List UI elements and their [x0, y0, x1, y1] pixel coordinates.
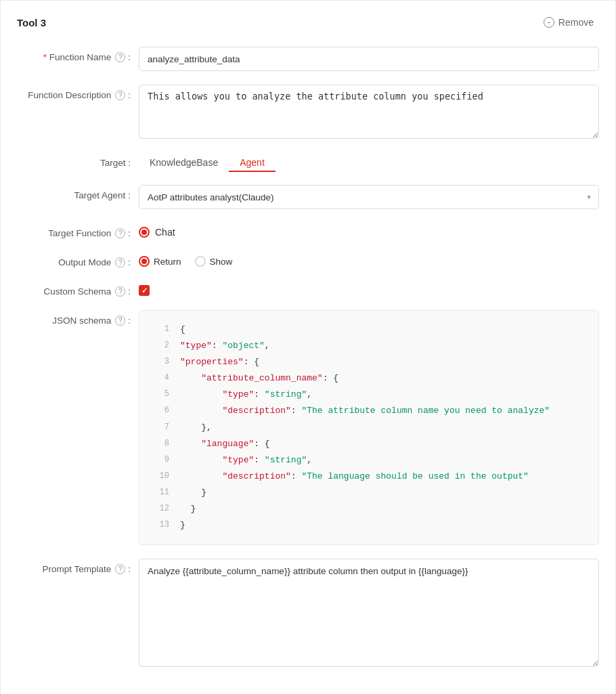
output-mode-content: Return Show: [139, 252, 599, 267]
function-name-input[interactable]: [139, 47, 599, 71]
function-name-row: * Function Name ? :: [17, 47, 599, 71]
prompt-template-label: Prompt Template ? :: [17, 559, 139, 574]
json-line-8: 8 "language": {: [139, 436, 598, 452]
prompt-template-input[interactable]: [139, 559, 599, 667]
checkbox-check-icon: ✓: [141, 286, 148, 295]
json-line-3: 3 "properties": {: [139, 354, 598, 370]
function-name-help-icon[interactable]: ?: [115, 52, 125, 62]
prompt-template-content: [139, 559, 599, 669]
header: Tool 3 − Remove: [17, 14, 599, 30]
json-line-9: 9 "type": "string",: [139, 452, 598, 469]
target-function-radio-chat[interactable]: [139, 227, 150, 238]
target-label: Target :: [17, 158, 139, 168]
show-radio-dot: [195, 256, 206, 267]
required-star: *: [43, 52, 47, 62]
output-mode-help-icon[interactable]: ?: [115, 257, 125, 267]
json-line-4: 4 "attribute_column_name": {: [139, 370, 598, 387]
target-agent-row: Target Agent : AotP attributes analyst(C…: [17, 185, 599, 209]
target-row: Target : KnowledgeBase Agent: [17, 154, 599, 171]
json-line-2: 2 "type": "object",: [139, 338, 598, 354]
json-line-7: 7 },: [139, 420, 598, 436]
target-function-radio-group: Chat: [139, 223, 599, 238]
custom-schema-help-icon[interactable]: ?: [115, 286, 125, 297]
json-schema-row: JSON schema ? : 1 { 2 "type": "object", …: [17, 310, 599, 545]
remove-label: Remove: [558, 17, 594, 28]
target-function-content: Chat: [139, 223, 599, 238]
prompt-template-help-icon[interactable]: ?: [115, 564, 125, 574]
output-mode-row: Output Mode ? : Return Show: [17, 252, 599, 267]
return-radio-dot: [139, 256, 150, 267]
return-label: Return: [154, 257, 181, 267]
target-function-help-icon[interactable]: ?: [115, 228, 125, 238]
remove-icon: −: [544, 17, 554, 28]
remove-button[interactable]: − Remove: [538, 14, 599, 30]
json-schema-help-icon[interactable]: ?: [115, 316, 125, 326]
json-line-5: 5 "type": "string",: [139, 387, 598, 403]
prompt-template-row: Prompt Template ? :: [17, 559, 599, 669]
target-function-label: Target Function ? :: [17, 223, 139, 238]
custom-schema-content: ✓: [139, 281, 599, 296]
function-name-content: [139, 47, 599, 71]
function-description-input[interactable]: [139, 85, 599, 139]
json-schema-content: 1 { 2 "type": "object", 3 "properties": …: [139, 310, 599, 545]
target-function-row: Target Function ? : Chat: [17, 223, 599, 238]
json-schema-editor[interactable]: 1 { 2 "type": "object", 3 "properties": …: [139, 310, 599, 545]
output-mode-label: Output Mode ? :: [17, 252, 139, 267]
json-line-1: 1 {: [139, 322, 598, 338]
tab-knowledgebase[interactable]: KnowledgeBase: [139, 154, 229, 172]
custom-schema-row: Custom Schema ? : ✓: [17, 281, 599, 297]
function-description-content: [139, 85, 599, 141]
target-function-chat-label: Chat: [155, 227, 175, 238]
output-mode-show[interactable]: Show: [195, 256, 233, 267]
target-tab-group: KnowledgeBase Agent: [139, 154, 276, 171]
custom-schema-label: Custom Schema ? :: [17, 281, 139, 297]
function-description-label: Function Description ? :: [17, 85, 139, 100]
output-mode-return[interactable]: Return: [139, 256, 181, 267]
json-line-13: 13 }: [139, 517, 598, 534]
json-line-10: 10 "description": "The language should b…: [139, 469, 598, 485]
target-agent-content: AotP attributes analyst(Claude) ▾: [139, 185, 599, 209]
target-agent-label: Target Agent :: [17, 185, 139, 200]
target-agent-select[interactable]: AotP attributes analyst(Claude): [139, 185, 599, 209]
output-mode-radio-group: Return Show: [139, 252, 599, 267]
function-name-label: * Function Name ? :: [17, 47, 139, 62]
json-schema-label: JSON schema ? :: [17, 310, 139, 326]
json-line-6: 6 "description": "The attribute column n…: [139, 403, 598, 419]
json-line-11: 11 }: [139, 485, 598, 501]
function-description-row: Function Description ? :: [17, 85, 599, 141]
tool-container: Tool 3 − Remove * Function Name ? : Func…: [0, 0, 616, 694]
json-line-12: 12 }: [139, 501, 598, 517]
target-agent-select-wrapper: AotP attributes analyst(Claude) ▾: [139, 185, 599, 209]
function-description-help-icon[interactable]: ?: [115, 90, 125, 100]
tool-title: Tool 3: [17, 17, 46, 28]
custom-schema-checkbox[interactable]: ✓: [139, 285, 150, 296]
tab-agent[interactable]: Agent: [229, 154, 276, 172]
show-label: Show: [210, 257, 233, 267]
